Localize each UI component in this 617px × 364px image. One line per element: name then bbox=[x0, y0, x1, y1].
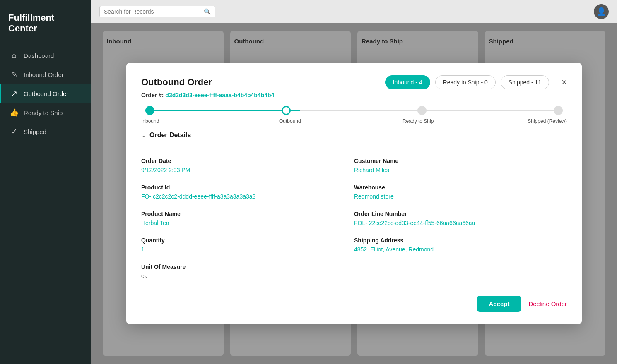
detail-block-warehouse: Warehouse Redmond store bbox=[354, 180, 567, 206]
decline-button[interactable]: Decline Order bbox=[528, 300, 567, 307]
detail-value: Herbal Tea bbox=[141, 220, 354, 226]
detail-label: Product Name bbox=[141, 211, 354, 217]
detail-value: 4852, Elliot, Avenue, Redmond bbox=[354, 246, 567, 253]
detail-value: 9/12/2022 2:03 PM bbox=[141, 167, 354, 173]
divider bbox=[141, 146, 567, 146]
sidebar-item-shipped[interactable]: ✓ Shipped bbox=[0, 122, 91, 141]
badge-ready-to-ship---0[interactable]: Ready to Ship - 0 bbox=[435, 75, 496, 89]
content-area: Inbound Outbound Ready to Ship Shipped O… bbox=[91, 23, 617, 364]
step-dot-shipped-(review) bbox=[554, 106, 563, 115]
detail-label: Customer Name bbox=[354, 158, 567, 164]
detail-block-customer-name: Customer Name Richard Miles bbox=[354, 153, 567, 180]
step-dot-outbound bbox=[282, 106, 291, 115]
ready-to-ship-icon: 👍 bbox=[10, 108, 19, 117]
sidebar: Fulfillment Center ⌂ Dashboard✎ Inbound … bbox=[0, 0, 91, 364]
outbound-order-icon: ↗ bbox=[10, 89, 19, 98]
dashboard-icon: ⌂ bbox=[10, 51, 19, 60]
sidebar-item-dashboard[interactable]: ⌂ Dashboard bbox=[0, 46, 91, 65]
detail-block-order-line-number: Order Line Number FOL- 22cc22cc-dd33-ee4… bbox=[354, 206, 567, 233]
shipped-icon: ✓ bbox=[10, 127, 19, 136]
search-box[interactable]: 🔍 bbox=[99, 6, 215, 17]
order-id: d3d3d3d3-eeee-ffff-aaaa-b4b4b4b4b4b4 bbox=[165, 92, 274, 98]
sidebar-label-outbound-order: Outbound Order bbox=[24, 90, 68, 97]
modal-header: Outbound Order Inbound - 4Ready to Ship … bbox=[141, 75, 567, 89]
order-number: Order #: d3d3d3d3-eeee-ffff-aaaa-b4b4b4b… bbox=[141, 92, 567, 98]
detail-value: Redmond store bbox=[354, 193, 567, 200]
section-header[interactable]: ⌄ Order Details bbox=[141, 132, 567, 139]
search-input[interactable] bbox=[104, 8, 200, 15]
badge-inbound---4[interactable]: Inbound - 4 bbox=[385, 75, 430, 89]
progress-steps bbox=[145, 106, 563, 115]
sidebar-item-outbound-order[interactable]: ↗ Outbound Order bbox=[0, 84, 91, 103]
main-area: 🔍 👤 Inbound Outbound Ready to Ship Shipp… bbox=[91, 0, 617, 364]
detail-block-unit-of-measure: Unit Of Measure ea bbox=[141, 259, 354, 286]
detail-label: Quantity bbox=[141, 237, 354, 244]
detail-label: Shipping Address bbox=[354, 237, 567, 244]
inbound-order-icon: ✎ bbox=[10, 70, 19, 79]
detail-value: FO- c2c2c2c2-dddd-eeee-ffff-a3a3a3a3a3a3 bbox=[141, 193, 354, 200]
details-right: Customer Name Richard MilesWarehouse Red… bbox=[354, 153, 567, 286]
detail-block-product-id: Product Id FO- c2c2c2c2-dddd-eeee-ffff-a… bbox=[141, 180, 354, 206]
sidebar-label-inbound-order: Inbound Order bbox=[24, 71, 64, 78]
detail-block-order-date: Order Date 9/12/2022 2:03 PM bbox=[141, 153, 354, 180]
modal: Outbound Order Inbound - 4Ready to Ship … bbox=[126, 63, 582, 324]
user-avatar: 👤 bbox=[594, 4, 609, 19]
detail-block-shipping-address: Shipping Address 4852, Elliot, Avenue, R… bbox=[354, 233, 567, 259]
sidebar-label-dashboard: Dashboard bbox=[24, 52, 54, 59]
chevron-icon: ⌄ bbox=[141, 132, 146, 139]
step-dot-inbound bbox=[145, 106, 154, 115]
topbar: 🔍 👤 bbox=[91, 0, 617, 23]
progress-label-outbound: Outbound bbox=[269, 118, 311, 124]
progress-track bbox=[141, 106, 567, 115]
close-button[interactable]: × bbox=[562, 77, 567, 88]
detail-value: 1 bbox=[141, 246, 354, 253]
detail-label: Warehouse bbox=[354, 184, 567, 191]
detail-label: Unit Of Measure bbox=[141, 263, 354, 270]
detail-value: ea bbox=[141, 273, 354, 279]
section-header-title: Order Details bbox=[149, 132, 191, 139]
modal-overlay: Outbound Order Inbound - 4Ready to Ship … bbox=[91, 23, 617, 364]
search-icon: 🔍 bbox=[204, 8, 211, 15]
detail-label: Order Date bbox=[141, 158, 354, 164]
modal-title: Outbound Order bbox=[141, 77, 212, 88]
detail-block-product-name: Product Name Herbal Tea bbox=[141, 206, 354, 233]
detail-value: FOL- 22cc22cc-dd33-ee44-ff55-66aa66aa66a… bbox=[354, 220, 567, 226]
progress-label-inbound: Inbound bbox=[141, 118, 183, 124]
app-title: Fulfillment Center bbox=[0, 8, 91, 46]
modal-badges: Inbound - 4Ready to Ship - 0Shipped - 11 bbox=[385, 75, 549, 89]
details-left: Order Date 9/12/2022 2:03 PMProduct Id F… bbox=[141, 153, 354, 286]
detail-block-quantity: Quantity 1 bbox=[141, 233, 354, 259]
sidebar-item-inbound-order[interactable]: ✎ Inbound Order bbox=[0, 65, 91, 84]
detail-value: Richard Miles bbox=[354, 167, 567, 173]
progress-labels: InboundOutboundReady to ShipShipped (Rev… bbox=[141, 118, 567, 124]
detail-label: Product Id bbox=[141, 184, 354, 191]
sidebar-label-shipped: Shipped bbox=[24, 128, 46, 135]
progress-label-ready-to-ship: Ready to Ship bbox=[398, 118, 439, 124]
detail-label: Order Line Number bbox=[354, 211, 567, 217]
modal-footer: Accept Decline Order bbox=[141, 296, 567, 312]
step-dot-ready-to-ship bbox=[417, 106, 427, 115]
accept-button[interactable]: Accept bbox=[477, 296, 521, 312]
details-grid: Order Date 9/12/2022 2:03 PMProduct Id F… bbox=[141, 153, 567, 286]
sidebar-item-ready-to-ship[interactable]: 👍 Ready to Ship bbox=[0, 103, 91, 122]
badge-shipped---11[interactable]: Shipped - 11 bbox=[501, 75, 549, 89]
sidebar-label-ready-to-ship: Ready to Ship bbox=[24, 109, 63, 116]
progress-label-shipped-(review): Shipped (Review) bbox=[525, 118, 567, 124]
